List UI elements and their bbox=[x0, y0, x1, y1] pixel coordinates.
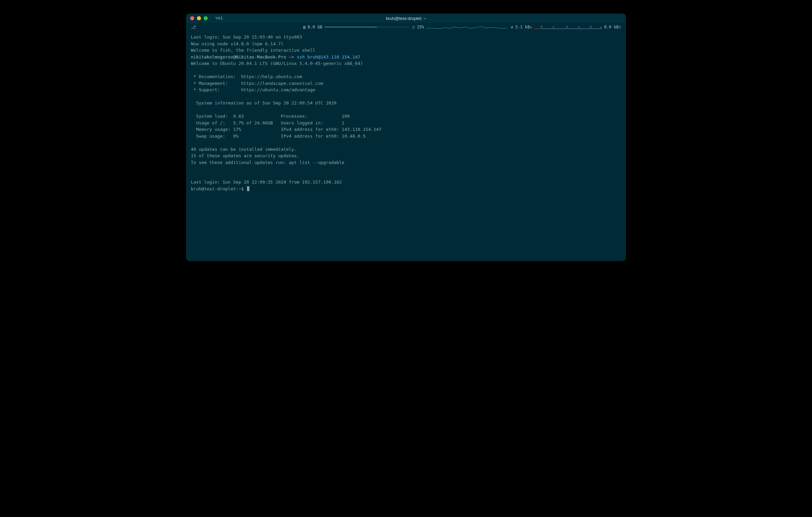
cpu-label: 15% bbox=[417, 25, 424, 29]
ssh-command: ssh bbox=[297, 54, 304, 60]
statusbar: ⎇ ▥ 8.0 GB ▢ 15% ⇵ 3.1 kB↓ 0.0 kB↑ bbox=[186, 23, 626, 31]
minimize-button[interactable] bbox=[197, 16, 201, 20]
ssh-command-arg: bruh@143.110.154.147 bbox=[307, 54, 360, 60]
terminal-body[interactable]: Last login: Sun Sep 20 15:03:40 on ttys0… bbox=[186, 31, 626, 261]
network-up-label: 0.0 kB↑ bbox=[604, 25, 621, 29]
cpu-icon: ▢ bbox=[412, 25, 415, 29]
cpu-sparkline bbox=[426, 24, 508, 30]
network-widget: ⇵ 3.1 kB↓ 0.0 kB↑ bbox=[511, 25, 621, 29]
memory-label: 8.0 GB bbox=[308, 25, 322, 29]
memory-bar-fill bbox=[324, 27, 377, 27]
cursor-block bbox=[247, 186, 249, 191]
local-prompt-arrow: ~> bbox=[289, 54, 294, 60]
traffic-lights bbox=[190, 16, 208, 20]
memory-widget: ▥ 8.0 GB bbox=[303, 25, 409, 29]
memory-icon: ▥ bbox=[303, 25, 306, 29]
network-icon: ⇵ bbox=[511, 25, 513, 29]
memory-bar bbox=[324, 27, 409, 27]
network-down-label: 3.1 kB↓ bbox=[515, 25, 533, 29]
maximize-button[interactable] bbox=[204, 16, 208, 20]
terminal-window: ⌥⌘1 bruh@test-droplet: ~ ⎇ ▥ 8.0 GB ▢ 15… bbox=[186, 14, 626, 261]
local-prompt-host: nikitakolmogorov@Nikitas-MacBook-Pro bbox=[191, 54, 286, 60]
remote-prompt: bruh@test-droplet:~$ bbox=[191, 186, 244, 191]
network-sparkline bbox=[534, 25, 602, 29]
cpu-widget: ▢ 15% bbox=[412, 24, 508, 30]
git-branch-icon: ⎇ bbox=[191, 25, 196, 30]
window-titlebar[interactable]: ⌥⌘1 bruh@test-droplet: ~ bbox=[186, 14, 626, 23]
window-title: bruh@test-droplet: ~ bbox=[186, 16, 626, 21]
close-button[interactable] bbox=[190, 16, 194, 20]
tab-shortcut-label: ⌥⌘1 bbox=[215, 16, 223, 21]
